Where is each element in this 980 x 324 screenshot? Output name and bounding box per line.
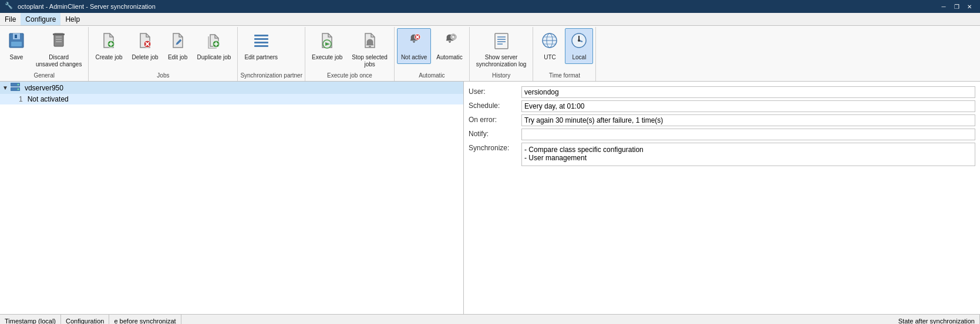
utc-button[interactable]: UTC bbox=[536, 28, 564, 64]
ribbon-group-time-format-label: Time format bbox=[536, 71, 593, 80]
create-job-label: Create job bbox=[95, 54, 122, 61]
automatic-button[interactable]: Automatic bbox=[432, 28, 466, 64]
ribbon-group-jobs-label: Jobs bbox=[91, 71, 235, 80]
show-log-button[interactable]: Show server synchronization log bbox=[472, 28, 531, 71]
save-label: Save bbox=[10, 54, 23, 61]
svg-point-54 bbox=[17, 89, 19, 90]
ribbon-group-automatic-buttons: Not active Automatic bbox=[397, 28, 467, 71]
ribbon-group-sync-partner-label: Synchronization partner bbox=[240, 71, 302, 80]
row-number: 1 bbox=[19, 95, 23, 103]
svg-point-50 bbox=[578, 39, 580, 42]
notify-value bbox=[521, 129, 975, 140]
create-job-icon bbox=[99, 31, 118, 53]
ribbon-group-sync-partner: Edit partners Synchronization partner bbox=[238, 27, 305, 81]
restore-button[interactable]: ❐ bbox=[951, 2, 962, 11]
ribbon-group-execute-label: Execute job once bbox=[308, 71, 392, 80]
svg-rect-19 bbox=[254, 38, 268, 40]
menu-file[interactable]: File bbox=[0, 13, 21, 25]
on-error-value: Try again 30 minute(s) after failure, 1 … bbox=[521, 114, 975, 126]
discard-button[interactable]: Discard unsaved changes bbox=[32, 28, 86, 71]
save-button[interactable]: Save bbox=[2, 28, 31, 64]
delete-job-label: Delete job bbox=[132, 54, 159, 61]
svg-rect-5 bbox=[53, 33, 65, 35]
execute-job-icon bbox=[318, 31, 336, 53]
ribbon-group-execute: Execute job Stop selected jobs Execute j… bbox=[305, 27, 395, 81]
not-active-icon bbox=[405, 31, 423, 53]
svg-rect-3 bbox=[15, 35, 17, 38]
ribbon-group-execute-buttons: Execute job Stop selected jobs bbox=[308, 28, 392, 71]
automatic-label: Automatic bbox=[436, 54, 462, 61]
ribbon-group-general: Save Discard unsaved changes General bbox=[0, 27, 89, 81]
discard-label: Discard unsaved changes bbox=[36, 54, 82, 68]
ribbon-group-history-label: History bbox=[472, 71, 531, 80]
edit-partners-icon bbox=[252, 31, 271, 53]
delete-job-button[interactable]: Delete job bbox=[128, 28, 163, 64]
not-active-button[interactable]: Not active bbox=[397, 28, 431, 64]
utc-label: UTC bbox=[544, 54, 556, 61]
menu-help[interactable]: Help bbox=[60, 13, 85, 25]
duplicate-job-label: Duplicate job bbox=[197, 54, 231, 61]
duplicate-job-icon bbox=[204, 31, 223, 53]
ribbon-group-history-buttons: Show server synchronization log bbox=[472, 28, 531, 71]
close-button[interactable]: ✕ bbox=[964, 2, 975, 11]
execute-job-label: Execute job bbox=[312, 54, 342, 61]
stop-jobs-button[interactable]: Stop selected jobs bbox=[348, 28, 392, 71]
svg-rect-4 bbox=[54, 33, 63, 46]
ribbon-group-time-format-buttons: UTC Local bbox=[536, 28, 593, 71]
ribbon-group-time-format: UTC Local Time format bbox=[533, 27, 596, 81]
ribbon-group-general-label: General bbox=[2, 71, 86, 80]
server-name: vdserver950 bbox=[25, 84, 63, 92]
ribbon-group-automatic-label: Automatic bbox=[397, 71, 467, 80]
user-value: versiondog bbox=[521, 86, 975, 98]
minimize-button[interactable]: ─ bbox=[938, 2, 949, 11]
notify-row: Notify: bbox=[469, 129, 975, 140]
execute-job-button[interactable]: Execute job bbox=[308, 28, 346, 64]
show-log-icon bbox=[492, 31, 511, 53]
tree-server-item[interactable]: ▼ vdserver950 bbox=[0, 82, 463, 94]
automatic-icon bbox=[440, 31, 459, 53]
local-button[interactable]: Local bbox=[565, 28, 593, 64]
status-state-after: State after synchronization bbox=[894, 315, 980, 324]
user-row: User: versiondog bbox=[469, 86, 975, 98]
ribbon-group-jobs-buttons: Create job Delete job bbox=[91, 28, 235, 71]
menu-configure[interactable]: Configure bbox=[21, 13, 60, 25]
tree-child-item[interactable]: 1 Not activated bbox=[0, 94, 463, 104]
on-error-row: On error: Try again 30 minute(s) after f… bbox=[469, 114, 975, 126]
ribbon-group-history: Show server synchronization log History bbox=[470, 27, 534, 81]
local-label: Local bbox=[572, 54, 586, 61]
svg-rect-18 bbox=[254, 35, 268, 36]
ribbon-group-automatic: Not active Automatic Automatic bbox=[395, 27, 470, 81]
schedule-label: Schedule: bbox=[469, 100, 521, 110]
local-icon bbox=[570, 31, 588, 53]
status-configuration: Configuration bbox=[61, 315, 109, 324]
sync-line-1: - Compare class specific configuration bbox=[524, 146, 972, 154]
delete-job-icon bbox=[136, 31, 154, 53]
left-panel: ▼ vdserver950 1 Not activated bbox=[0, 82, 464, 314]
svg-rect-21 bbox=[254, 45, 268, 47]
show-log-label: Show server synchronization log bbox=[476, 54, 527, 68]
status-state-before: e before synchronizat bbox=[109, 315, 181, 324]
create-job-button[interactable]: Create job bbox=[91, 28, 126, 64]
status-bar: Timestamp (local) Configuration e before… bbox=[0, 314, 980, 324]
ribbon-group-sync-partner-buttons: Edit partners bbox=[240, 28, 302, 71]
status-timestamp: Timestamp (local) bbox=[0, 315, 61, 324]
user-label: User: bbox=[469, 86, 521, 96]
server-icon bbox=[11, 83, 20, 93]
tree-area[interactable]: ▼ vdserver950 1 Not activated bbox=[0, 82, 463, 314]
synchronize-label: Synchronize: bbox=[469, 143, 521, 152]
edit-partners-button[interactable]: Edit partners bbox=[240, 28, 282, 64]
edit-job-button[interactable]: Edit job bbox=[164, 28, 192, 64]
synchronize-value: - Compare class specific configuration -… bbox=[521, 143, 975, 166]
right-panel: User: versiondog Schedule: Every day, at… bbox=[464, 82, 980, 314]
main-area: ▼ vdserver950 1 Not activated User: bbox=[0, 82, 980, 314]
schedule-row: Schedule: Every day, at 01:00 bbox=[469, 100, 975, 112]
svg-rect-20 bbox=[254, 42, 268, 43]
app-icon: 🔧 bbox=[5, 2, 14, 11]
notify-label: Notify: bbox=[469, 129, 521, 138]
duplicate-job-button[interactable]: Duplicate job bbox=[193, 28, 235, 64]
svg-rect-2 bbox=[11, 42, 22, 46]
ribbon-group-jobs: Create job Delete job bbox=[89, 27, 238, 81]
stop-jobs-icon bbox=[361, 31, 379, 53]
svg-point-53 bbox=[17, 84, 19, 86]
stop-jobs-label: Stop selected jobs bbox=[352, 54, 388, 68]
